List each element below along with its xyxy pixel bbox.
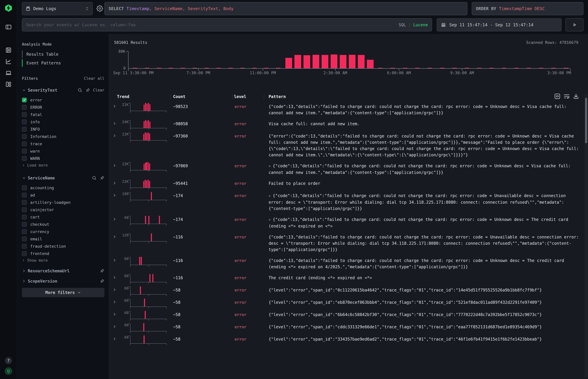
dashboards-nav-icon[interactable]: [5, 81, 12, 88]
filter-option[interactable]: fraud-detection: [22, 243, 104, 250]
filter-checkbox[interactable]: [22, 105, 27, 110]
filter-checkbox[interactable]: [22, 142, 27, 146]
filter-option[interactable]: fatal: [22, 111, 104, 118]
analysis-mode-item[interactable]: Event Patterns: [22, 59, 104, 67]
orderby-input[interactable]: ORDER BY TimestampTime DESC: [472, 2, 584, 15]
sessions-nav-icon[interactable]: [5, 70, 12, 76]
table-row[interactable]: 180 ~174 error ×{"code":13,"details":"fa…: [113, 190, 583, 214]
table-row[interactable]: 22K ~98523 error ×{"code":13,"details":"…: [113, 101, 583, 118]
filter-checkbox[interactable]: [22, 127, 27, 132]
clear-all-filters-button[interactable]: Clear all: [84, 76, 104, 81]
filter-group-name[interactable]: ServiceName: [28, 176, 89, 180]
table-row[interactable]: 60 ~116 error ×{"code":13,"details":"fai…: [113, 255, 583, 272]
search-input[interactable]: [26, 22, 399, 27]
pin-icon[interactable]: [100, 268, 104, 273]
filter-checkbox[interactable]: [22, 156, 27, 161]
filter-checkbox[interactable]: [22, 185, 27, 190]
row-expand-chevron-icon[interactable]: [113, 215, 118, 221]
load-more-button[interactable]: Load more: [22, 162, 104, 169]
more-filters-button[interactable]: More filters: [22, 288, 104, 297]
filter-option[interactable]: info: [22, 118, 104, 126]
filter-option[interactable]: ERROR: [22, 104, 104, 111]
pin-icon[interactable]: [100, 176, 104, 180]
filter-option[interactable]: currency: [22, 228, 104, 235]
filter-option[interactable]: Information: [22, 133, 104, 140]
table-row[interactable]: 60 ~116 error ×The credit card (ending <…: [113, 272, 583, 284]
row-expand-chevron-icon[interactable]: [113, 102, 118, 108]
table-row[interactable]: 60 ~58 error ×{"level":"error","span_id"…: [113, 333, 583, 346]
table-row[interactable]: 22K ~97069 error ×{"code":13,"details":"…: [113, 160, 583, 178]
row-expand-chevron-icon[interactable]: [113, 286, 118, 292]
filter-checkbox[interactable]: [22, 251, 27, 256]
search-icon[interactable]: [77, 88, 82, 93]
time-range-picker[interactable]: Sep 11 15:47:14 - Sep 12 15:47:14: [437, 18, 562, 32]
filter-option[interactable]: INFO: [22, 126, 104, 133]
table-row[interactable]: 22K ~97360 error ×{"error":{"code":13,"d…: [113, 130, 583, 160]
filter-checkbox[interactable]: [22, 237, 27, 241]
table-row[interactable]: 24K ~98058 error ×Visa cache full: canno…: [113, 118, 583, 130]
table-row[interactable]: 120 ~116 error ×{"code":13,"details":"fa…: [113, 231, 583, 255]
mode-sql-button[interactable]: SQL: [399, 22, 406, 27]
chevron-right-icon[interactable]: [22, 279, 26, 283]
table-scrollbar[interactable]: [585, 93, 588, 378]
row-expand-chevron-icon[interactable]: [113, 256, 118, 262]
filter-checkbox[interactable]: [22, 229, 27, 234]
analysis-mode-item[interactable]: Results Table: [22, 50, 104, 58]
filter-option[interactable]: error: [22, 96, 104, 104]
filter-option[interactable]: checkout: [22, 221, 104, 228]
pin-icon[interactable]: [85, 88, 90, 93]
help-button[interactable]: ?: [5, 357, 12, 364]
scrollbar-thumb[interactable]: [585, 98, 587, 143]
sidebar-toggle-icon[interactable]: [5, 24, 12, 30]
row-expand-chevron-icon[interactable]: [113, 323, 118, 329]
logs-nav-icon[interactable]: [5, 47, 12, 53]
app-logo-icon[interactable]: [4, 4, 13, 12]
filter-option[interactable]: artillery-loadgen: [22, 199, 104, 206]
chevron-right-icon[interactable]: [22, 269, 26, 273]
filter-option[interactable]: WARN: [22, 155, 104, 162]
filter-checkbox[interactable]: [22, 134, 27, 139]
chevron-down-icon[interactable]: [22, 88, 26, 92]
filter-option[interactable]: frontend: [22, 250, 104, 257]
row-expand-chevron-icon[interactable]: [113, 120, 118, 125]
filter-checkbox[interactable]: [22, 207, 27, 212]
filter-option[interactable]: warn: [22, 147, 104, 155]
pin-icon[interactable]: [100, 279, 104, 284]
table-row[interactable]: 60 ~58 error ×{"level":"error","span_id"…: [113, 297, 583, 309]
source-select[interactable]: Demo Logs: [22, 2, 93, 15]
row-expand-chevron-icon[interactable]: [113, 233, 118, 238]
row-expand-chevron-icon[interactable]: [113, 132, 118, 138]
user-avatar[interactable]: U: [5, 367, 12, 375]
table-row[interactable]: 60 ~58 error ×{"level":"error","span_id"…: [113, 309, 583, 321]
mode-lucene-button[interactable]: Lucene: [413, 22, 428, 27]
settings-gear-icon[interactable]: [96, 5, 103, 12]
row-expand-chevron-icon[interactable]: [113, 179, 118, 185]
row-expand-chevron-icon[interactable]: [113, 191, 118, 197]
filter-option[interactable]: cart: [22, 213, 104, 221]
row-expand-chevron-icon[interactable]: [113, 335, 118, 341]
chevron-down-icon[interactable]: [22, 176, 26, 180]
filter-option[interactable]: ad: [22, 191, 104, 199]
filter-group-name[interactable]: ResourceSchemaUrl: [28, 268, 96, 273]
table-row[interactable]: 60 ~58 error ×{"level":"error","span_id"…: [113, 284, 583, 297]
table-row[interactable]: 60 ~174 error ×{"code":13,"details":"fai…: [113, 214, 583, 231]
load-more-button[interactable]: Show more: [22, 257, 104, 264]
search-icon[interactable]: [92, 176, 96, 180]
filter-checkbox[interactable]: [22, 244, 27, 249]
row-expand-chevron-icon[interactable]: [113, 310, 118, 316]
filter-checkbox[interactable]: [22, 193, 27, 198]
filter-checkbox[interactable]: [22, 149, 27, 154]
row-expand-chevron-icon[interactable]: [113, 273, 118, 279]
row-expand-chevron-icon[interactable]: [113, 298, 118, 304]
filter-checkbox[interactable]: [22, 215, 27, 220]
chart-nav-icon[interactable]: [5, 58, 12, 65]
filter-option[interactable]: trace: [22, 140, 104, 147]
filter-option[interactable]: email: [22, 235, 104, 243]
filter-checkbox[interactable]: [22, 200, 27, 205]
row-expand-chevron-icon[interactable]: [113, 162, 118, 167]
run-query-button[interactable]: [566, 18, 584, 32]
table-row[interactable]: 60 ~58 error ×{"level":"error","span_id"…: [113, 321, 583, 333]
filter-group-name[interactable]: ScopeVersion: [28, 279, 96, 284]
filter-group-name[interactable]: SeverityText: [28, 88, 74, 93]
select-query-input[interactable]: SELECT Timestamp, ServiceName, SeverityT…: [104, 2, 467, 15]
